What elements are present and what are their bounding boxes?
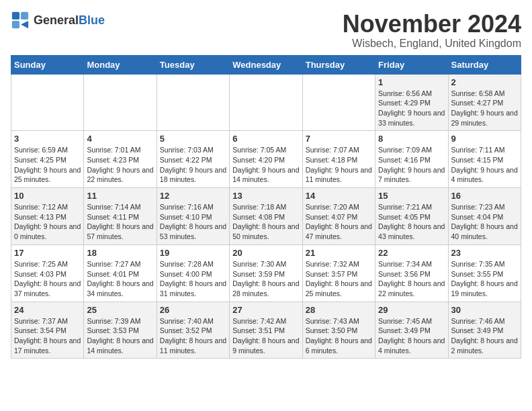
calendar-table: SundayMondayTuesdayWednesdayThursdayFrid… bbox=[11, 55, 521, 359]
svg-rect-2 bbox=[12, 21, 19, 28]
day-cell: 27Sunrise: 7:42 AM Sunset: 3:51 PM Dayli… bbox=[230, 302, 302, 359]
day-number: 22 bbox=[378, 248, 445, 258]
day-info: Sunrise: 7:21 AM Sunset: 4:05 PM Dayligh… bbox=[378, 202, 445, 242]
day-cell: 16Sunrise: 7:23 AM Sunset: 4:04 PM Dayli… bbox=[448, 188, 521, 245]
day-cell: 6Sunrise: 7:05 AM Sunset: 4:20 PM Daylig… bbox=[230, 131, 302, 188]
day-cell bbox=[84, 74, 157, 131]
header-row: SundayMondayTuesdayWednesdayThursdayFrid… bbox=[11, 55, 521, 74]
day-number: 13 bbox=[232, 191, 299, 201]
day-number: 19 bbox=[160, 248, 226, 258]
day-cell: 11Sunrise: 7:14 AM Sunset: 4:11 PM Dayli… bbox=[84, 188, 157, 245]
week-row-1: 3Sunrise: 6:59 AM Sunset: 4:25 PM Daylig… bbox=[11, 131, 521, 188]
header-saturday: Saturday bbox=[448, 55, 521, 74]
day-info: Sunrise: 7:39 AM Sunset: 3:53 PM Dayligh… bbox=[87, 316, 153, 356]
day-cell: 10Sunrise: 7:12 AM Sunset: 4:13 PM Dayli… bbox=[11, 188, 84, 245]
day-info: Sunrise: 7:20 AM Sunset: 4:07 PM Dayligh… bbox=[306, 202, 372, 242]
day-number: 3 bbox=[14, 134, 81, 144]
day-number: 27 bbox=[232, 305, 299, 315]
day-cell: 22Sunrise: 7:34 AM Sunset: 3:56 PM Dayli… bbox=[375, 244, 448, 302]
day-cell: 17Sunrise: 7:25 AM Sunset: 4:03 PM Dayli… bbox=[11, 244, 84, 302]
location-subtitle: Wisbech, England, United Kingdom bbox=[343, 38, 521, 50]
logo-general: General bbox=[34, 13, 79, 27]
title-area: November 2024 Wisbech, England, United K… bbox=[343, 11, 521, 50]
logo: GeneralBlue bbox=[11, 11, 105, 30]
week-row-3: 17Sunrise: 7:25 AM Sunset: 4:03 PM Dayli… bbox=[11, 244, 521, 302]
header-wednesday: Wednesday bbox=[230, 55, 302, 74]
month-title: November 2024 bbox=[343, 11, 521, 38]
day-info: Sunrise: 7:35 AM Sunset: 3:55 PM Dayligh… bbox=[451, 259, 518, 299]
day-info: Sunrise: 7:45 AM Sunset: 3:49 PM Dayligh… bbox=[378, 316, 445, 356]
day-number: 8 bbox=[378, 134, 445, 144]
week-row-4: 24Sunrise: 7:37 AM Sunset: 3:54 PM Dayli… bbox=[11, 302, 521, 359]
day-number: 14 bbox=[306, 191, 372, 201]
day-cell: 25Sunrise: 7:39 AM Sunset: 3:53 PM Dayli… bbox=[84, 302, 157, 359]
day-cell: 23Sunrise: 7:35 AM Sunset: 3:55 PM Dayli… bbox=[448, 244, 521, 302]
day-number: 2 bbox=[451, 77, 518, 87]
day-info: Sunrise: 7:14 AM Sunset: 4:11 PM Dayligh… bbox=[87, 202, 153, 242]
page-header: GeneralBlue November 2024 Wisbech, Engla… bbox=[11, 11, 521, 50]
day-number: 6 bbox=[232, 134, 299, 144]
day-cell: 2Sunrise: 6:58 AM Sunset: 4:27 PM Daylig… bbox=[448, 74, 521, 131]
day-number: 9 bbox=[451, 134, 518, 144]
day-number: 12 bbox=[160, 191, 226, 201]
day-number: 11 bbox=[87, 191, 153, 201]
header-tuesday: Tuesday bbox=[157, 55, 229, 74]
day-number: 28 bbox=[306, 305, 372, 315]
day-info: Sunrise: 7:34 AM Sunset: 3:56 PM Dayligh… bbox=[378, 259, 445, 299]
svg-rect-1 bbox=[21, 12, 28, 19]
day-info: Sunrise: 7:25 AM Sunset: 4:03 PM Dayligh… bbox=[14, 259, 81, 299]
day-info: Sunrise: 7:11 AM Sunset: 4:15 PM Dayligh… bbox=[451, 145, 518, 185]
day-info: Sunrise: 7:03 AM Sunset: 4:22 PM Dayligh… bbox=[160, 145, 226, 185]
day-cell: 14Sunrise: 7:20 AM Sunset: 4:07 PM Dayli… bbox=[302, 188, 375, 245]
day-info: Sunrise: 6:58 AM Sunset: 4:27 PM Dayligh… bbox=[451, 89, 518, 128]
day-info: Sunrise: 7:30 AM Sunset: 3:59 PM Dayligh… bbox=[232, 259, 299, 299]
day-info: Sunrise: 6:59 AM Sunset: 4:25 PM Dayligh… bbox=[14, 145, 81, 185]
day-info: Sunrise: 7:05 AM Sunset: 4:20 PM Dayligh… bbox=[232, 145, 299, 185]
svg-rect-0 bbox=[12, 12, 19, 19]
day-cell: 3Sunrise: 6:59 AM Sunset: 4:25 PM Daylig… bbox=[11, 131, 84, 188]
day-cell: 24Sunrise: 7:37 AM Sunset: 3:54 PM Dayli… bbox=[11, 302, 84, 359]
day-number: 5 bbox=[160, 134, 226, 144]
day-number: 26 bbox=[160, 305, 226, 315]
day-number: 17 bbox=[14, 248, 81, 258]
day-info: Sunrise: 7:32 AM Sunset: 3:57 PM Dayligh… bbox=[306, 259, 372, 299]
day-cell: 13Sunrise: 7:18 AM Sunset: 4:08 PM Dayli… bbox=[230, 188, 302, 245]
day-cell: 20Sunrise: 7:30 AM Sunset: 3:59 PM Dayli… bbox=[230, 244, 302, 302]
day-number: 25 bbox=[87, 305, 153, 315]
week-row-0: 1Sunrise: 6:56 AM Sunset: 4:29 PM Daylig… bbox=[11, 74, 521, 131]
day-cell: 9Sunrise: 7:11 AM Sunset: 4:15 PM Daylig… bbox=[448, 131, 521, 188]
day-info: Sunrise: 7:12 AM Sunset: 4:13 PM Dayligh… bbox=[14, 202, 81, 242]
day-info: Sunrise: 7:40 AM Sunset: 3:52 PM Dayligh… bbox=[160, 316, 226, 356]
day-cell: 30Sunrise: 7:46 AM Sunset: 3:49 PM Dayli… bbox=[448, 302, 521, 359]
day-info: Sunrise: 7:18 AM Sunset: 4:08 PM Dayligh… bbox=[232, 202, 299, 242]
day-number: 7 bbox=[306, 134, 372, 144]
day-cell bbox=[302, 74, 375, 131]
day-info: Sunrise: 7:37 AM Sunset: 3:54 PM Dayligh… bbox=[14, 316, 81, 356]
day-number: 29 bbox=[378, 305, 445, 315]
day-number: 4 bbox=[87, 134, 153, 144]
day-info: Sunrise: 6:56 AM Sunset: 4:29 PM Dayligh… bbox=[378, 89, 445, 128]
header-sunday: Sunday bbox=[11, 55, 84, 74]
day-info: Sunrise: 7:28 AM Sunset: 4:00 PM Dayligh… bbox=[160, 259, 226, 299]
day-cell: 29Sunrise: 7:45 AM Sunset: 3:49 PM Dayli… bbox=[375, 302, 448, 359]
day-cell bbox=[157, 74, 229, 131]
logo-blue: Blue bbox=[79, 13, 105, 27]
day-number: 24 bbox=[14, 305, 81, 315]
week-row-2: 10Sunrise: 7:12 AM Sunset: 4:13 PM Dayli… bbox=[11, 188, 521, 245]
day-cell: 28Sunrise: 7:43 AM Sunset: 3:50 PM Dayli… bbox=[302, 302, 375, 359]
day-info: Sunrise: 7:16 AM Sunset: 4:10 PM Dayligh… bbox=[160, 202, 226, 242]
day-number: 30 bbox=[451, 305, 518, 315]
day-number: 1 bbox=[378, 77, 445, 87]
day-cell: 18Sunrise: 7:27 AM Sunset: 4:01 PM Dayli… bbox=[84, 244, 157, 302]
day-cell: 1Sunrise: 6:56 AM Sunset: 4:29 PM Daylig… bbox=[375, 74, 448, 131]
day-cell: 15Sunrise: 7:21 AM Sunset: 4:05 PM Dayli… bbox=[375, 188, 448, 245]
day-info: Sunrise: 7:42 AM Sunset: 3:51 PM Dayligh… bbox=[232, 316, 299, 356]
day-cell: 12Sunrise: 7:16 AM Sunset: 4:10 PM Dayli… bbox=[157, 188, 229, 245]
day-cell bbox=[11, 74, 84, 131]
day-number: 15 bbox=[378, 191, 445, 201]
day-info: Sunrise: 7:01 AM Sunset: 4:23 PM Dayligh… bbox=[87, 145, 153, 185]
day-cell: 7Sunrise: 7:07 AM Sunset: 4:18 PM Daylig… bbox=[302, 131, 375, 188]
header-monday: Monday bbox=[84, 55, 157, 74]
logo-icon bbox=[11, 11, 30, 30]
day-info: Sunrise: 7:09 AM Sunset: 4:16 PM Dayligh… bbox=[378, 145, 445, 185]
